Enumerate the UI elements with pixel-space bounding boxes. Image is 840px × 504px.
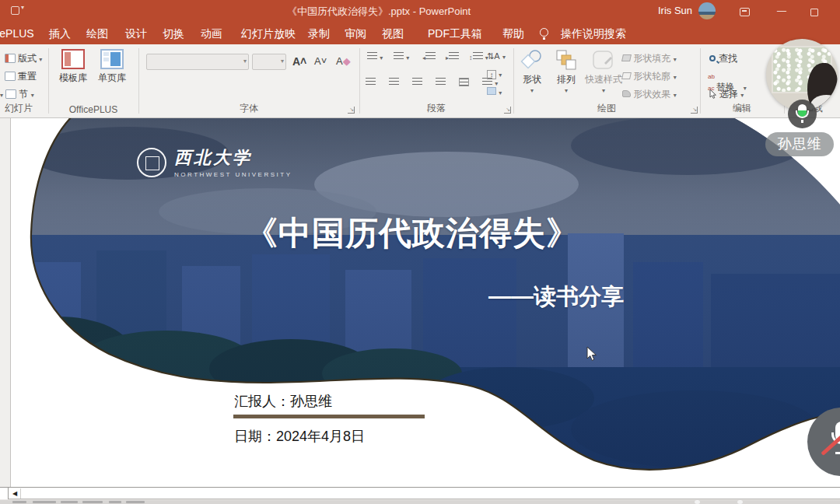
restore-button[interactable]: [803, 3, 826, 19]
decrease-indent-button[interactable]: ◂: [422, 51, 436, 62]
increase-indent-icon: [449, 52, 459, 61]
justify-button[interactable]: [436, 77, 446, 88]
mouse-cursor: [586, 346, 598, 362]
ribbon: 版式 ▾ 重置 ▾ 节 ▾ 幻灯片 模板库 单页库 OfficePLUS A˄ …: [0, 44, 840, 118]
powerpoint-window: 《中国历代政治得失》.pptx - PowerPoint Iris Sun — …: [0, 0, 840, 504]
increase-indent-button[interactable]: ▸: [446, 51, 459, 62]
slide-canvas[interactable]: 西北大学 NORTHWEST UNIVERSITY 《中国历代政治得失》 ——读…: [11, 118, 840, 488]
grow-font-button[interactable]: A˄: [292, 55, 306, 68]
university-name-en: NORTHWEST UNIVERSITY: [174, 171, 292, 178]
numbering-icon: [394, 52, 404, 61]
find-icon: [709, 55, 716, 61]
decrease-indent-icon: [425, 52, 436, 61]
tab-view[interactable]: 视图: [382, 27, 404, 41]
minimize-button[interactable]: —: [770, 3, 793, 19]
reset-button[interactable]: 重置: [5, 70, 37, 83]
drawing-dialog-launcher[interactable]: ↘: [691, 107, 698, 114]
smartart-button[interactable]: ▾: [487, 86, 502, 97]
tab-insert[interactable]: 插入: [49, 27, 71, 41]
line-spacing-button[interactable]: ↕ ▾: [469, 51, 488, 62]
account-name[interactable]: Iris Sun: [658, 5, 692, 16]
distribute-icon: [459, 78, 469, 86]
arrange-button[interactable]: 排列▾: [549, 47, 583, 94]
tell-me-bulb-icon: [540, 28, 548, 37]
scroll-left-button[interactable]: ◀: [9, 488, 21, 499]
tab-design[interactable]: 设计: [125, 27, 147, 41]
justify-icon: [436, 78, 446, 86]
shape-effects-icon: [622, 90, 631, 97]
date-line[interactable]: 日期：2024年4月8日: [234, 427, 365, 446]
reset-icon: [5, 72, 16, 81]
shapes-button[interactable]: 形状▾: [515, 47, 549, 94]
quick-styles-icon: [591, 49, 616, 71]
tell-me-search[interactable]: 操作说明搜索: [561, 27, 626, 41]
ribbon-tab-row: cePLUS 插入 绘图 设计 切换 动画 幻灯片放映 录制 审阅 视图 PDF…: [0, 22, 840, 44]
align-right-icon: [412, 78, 422, 86]
text-direction-button[interactable]: ⇅A ▾: [487, 51, 506, 61]
line-spacing-icon: [473, 52, 483, 61]
quick-styles-button[interactable]: 快速样式▾: [582, 47, 625, 94]
font-size-combo[interactable]: [252, 54, 286, 70]
slide-background-art: [11, 118, 840, 488]
status-bar: [0, 500, 840, 504]
tab-draw[interactable]: 绘图: [86, 27, 108, 41]
tab-animations[interactable]: 动画: [201, 27, 222, 41]
university-seal-icon: [137, 148, 166, 177]
clear-formatting-button[interactable]: A◆: [336, 55, 351, 67]
title-bar: 《中国历代政治得失》.pptx - PowerPoint Iris Sun —: [0, 0, 840, 22]
group-label-paragraph: 段落: [359, 102, 513, 115]
template-library-button[interactable]: 模板库: [56, 47, 90, 85]
shape-effects-button[interactable]: 形状效果 ▾: [622, 88, 677, 101]
bullets-icon: [367, 52, 377, 61]
select-button[interactable]: 选择 ▾: [709, 88, 744, 101]
university-name-cn: 西北大学: [174, 148, 252, 167]
shrink-font-button[interactable]: A˅: [314, 55, 327, 67]
tab-review[interactable]: 审阅: [345, 27, 366, 41]
tab-help[interactable]: 帮助: [502, 27, 524, 41]
align-text-icon: ↕: [487, 70, 496, 79]
paragraph-dialog-launcher[interactable]: ↘: [504, 107, 511, 114]
align-right-button[interactable]: [412, 77, 422, 88]
slide-subtitle[interactable]: ——读书分享: [459, 282, 653, 313]
page-library-icon: [100, 49, 124, 69]
group-label-slides: 幻灯片: [0, 102, 42, 115]
align-center-icon: [389, 78, 399, 86]
smartart-icon: [487, 87, 496, 95]
layout-button[interactable]: 版式 ▾: [5, 52, 42, 65]
template-library-icon: [61, 49, 85, 69]
find-button[interactable]: 查找: [709, 52, 737, 65]
tab-record[interactable]: 录制: [308, 27, 330, 41]
align-left-icon: [366, 78, 376, 86]
tab-transitions[interactable]: 切换: [163, 27, 184, 41]
mic-base: [801, 120, 803, 123]
align-text-button[interactable]: ↕ ▾: [487, 68, 502, 79]
tab-officeplus[interactable]: cePLUS: [0, 27, 34, 40]
shape-outline-button[interactable]: 形状轮廓 ▾: [622, 70, 677, 83]
page-library-button[interactable]: 单页库: [95, 47, 129, 85]
mic-active-indicator[interactable]: [788, 100, 817, 128]
document-title: 《中国历代政治得失》.pptx - PowerPoint: [0, 5, 758, 19]
horizontal-scrollbar[interactable]: ◀: [0, 487, 840, 499]
slide-title[interactable]: 《中国历代政治得失》: [179, 212, 646, 255]
mic-arc: [796, 110, 809, 118]
presenter-line[interactable]: 汇报人：孙思维: [234, 392, 332, 411]
layout-icon: [5, 54, 16, 63]
distribute-button[interactable]: [459, 77, 469, 88]
ribbon-display-options-button[interactable]: [733, 3, 756, 19]
bullets-button[interactable]: ▾: [367, 51, 383, 62]
shape-outline-icon: [621, 72, 632, 79]
shape-fill-button[interactable]: 形状填充 ▾: [622, 52, 677, 65]
tab-pdf-toolbox[interactable]: PDF工具箱: [428, 27, 482, 41]
align-center-button[interactable]: [389, 77, 399, 88]
numbering-button[interactable]: ▾: [394, 51, 409, 62]
shape-fill-icon: [621, 54, 632, 61]
tab-slideshow[interactable]: 幻灯片放映: [241, 27, 296, 41]
align-left-button[interactable]: [366, 77, 376, 88]
font-dialog-launcher[interactable]: ↘: [348, 107, 355, 114]
font-name-combo[interactable]: [146, 54, 249, 70]
participant-name-tag: 孙思维: [765, 132, 834, 156]
slide-thumbnail-panel-edge[interactable]: [0, 118, 11, 488]
section-button[interactable]: ▾ 节 ▾: [0, 88, 34, 101]
group-label-officeplus: OfficePLUS: [48, 104, 138, 115]
account-avatar[interactable]: [698, 2, 716, 19]
